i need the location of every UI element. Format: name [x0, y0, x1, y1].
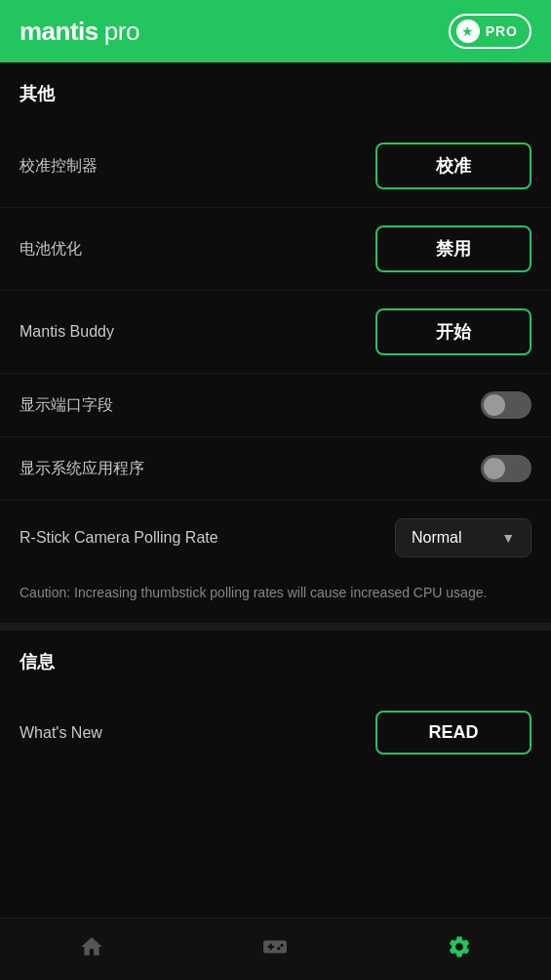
display-system-slider	[481, 455, 531, 482]
rstick-section: R-Stick Camera Polling Rate Normal ▼	[0, 501, 551, 575]
chevron-down-icon: ▼	[501, 530, 515, 546]
pro-badge[interactable]: ★ PRO	[449, 14, 531, 49]
battery-label: 电池优化	[20, 239, 82, 260]
rstick-row: R-Stick Camera Polling Rate Normal ▼	[20, 501, 531, 575]
display-port-label: 显示端口字段	[20, 395, 113, 416]
other-section-title: 其他	[20, 82, 531, 105]
logo: mantis pro	[20, 17, 139, 47]
whats-new-label: What's New	[20, 724, 102, 742]
settings-icon	[447, 934, 472, 965]
read-button[interactable]: READ	[375, 711, 531, 755]
display-system-toggle[interactable]	[481, 455, 531, 482]
gamepad-icon	[262, 934, 288, 965]
calibrate-label: 校准控制器	[20, 156, 98, 177]
logo-mantis: mantis	[20, 17, 98, 47]
calibrate-row: 校准控制器 校准	[0, 125, 551, 208]
pro-badge-text: PRO	[486, 23, 518, 39]
display-system-label: 显示系统应用程序	[20, 459, 144, 479]
rstick-dropdown[interactable]: Normal ▼	[395, 518, 531, 557]
battery-button[interactable]: 禁用	[375, 225, 531, 272]
battery-row: 电池优化 禁用	[0, 208, 551, 291]
other-section: 其他	[0, 62, 551, 125]
pro-star-icon: ★	[456, 20, 480, 43]
caution-text: Caution: Increasing thumbstick polling r…	[0, 575, 551, 623]
display-system-row: 显示系统应用程序	[0, 437, 551, 501]
bottom-navbar	[0, 918, 551, 980]
logo-pro: pro	[104, 17, 139, 47]
rstick-dropdown-value: Normal	[412, 529, 462, 547]
display-port-toggle[interactable]	[481, 391, 531, 419]
info-section: 信息	[0, 631, 551, 693]
nav-settings[interactable]	[427, 926, 492, 973]
mantis-buddy-label: Mantis Buddy	[20, 323, 114, 341]
mantis-buddy-button[interactable]: 开始	[375, 308, 531, 355]
calibrate-button[interactable]: 校准	[375, 143, 531, 189]
info-section-title: 信息	[20, 650, 531, 674]
header: mantis pro ★ PRO	[0, 0, 551, 62]
main-content: 其他 校准控制器 校准 电池优化 禁用 Mantis Buddy 开始 显示端口…	[0, 62, 551, 918]
section-divider	[0, 623, 551, 631]
nav-gamepad[interactable]	[243, 926, 307, 973]
mantis-buddy-row: Mantis Buddy 开始	[0, 291, 551, 374]
home-icon	[79, 934, 104, 965]
rstick-label: R-Stick Camera Polling Rate	[20, 529, 218, 547]
nav-home[interactable]	[59, 926, 124, 973]
display-port-row: 显示端口字段	[0, 374, 551, 437]
whats-new-row: What's New READ	[0, 693, 551, 772]
display-port-slider	[481, 391, 531, 419]
